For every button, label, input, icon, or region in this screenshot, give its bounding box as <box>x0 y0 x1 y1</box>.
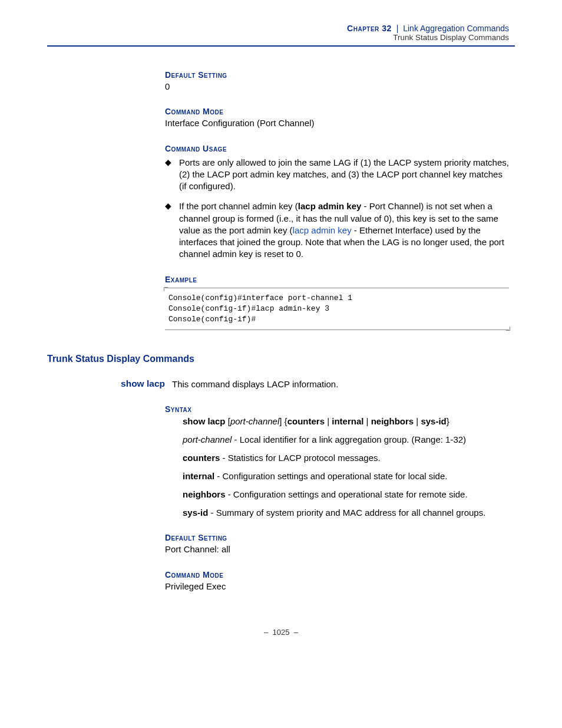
param-desc: - Local identifier for a link aggregatio… <box>232 434 466 444</box>
chapter-title: Link Aggregation Commands <box>403 24 509 33</box>
text-fragment: If the port channel admin key ( <box>179 201 298 211</box>
usage-bullet-2: ◆ If the port channel admin key (lacp ad… <box>165 200 509 260</box>
param-name: internal <box>183 471 214 481</box>
param-desc: - Summary of system priority and MAC add… <box>208 508 485 518</box>
syntax-cmd: show lacp <box>183 416 226 426</box>
param-neighbors: neighbors - Configuration settings and o… <box>183 488 509 500</box>
syntax-line: show lacp [port-channel] {counters | int… <box>183 415 509 427</box>
param-internal: internal - Configuration settings and op… <box>183 470 509 482</box>
chapter-label: Chapter 32 <box>347 24 392 33</box>
param-name: neighbors <box>183 489 226 499</box>
param-desc: - Statistics for LACP protocol messages. <box>220 453 380 463</box>
usage-bullet-1-text: Ports are only allowed to join the same … <box>179 157 509 193</box>
usage-bullet-1: ◆ Ports are only allowed to join the sam… <box>165 157 509 193</box>
syntax-opt-counters: counters <box>287 416 325 426</box>
syntax-opt-sysid: sys-id <box>421 416 446 426</box>
example-code: Console(config)#interface port-channel 1… <box>168 293 505 325</box>
default-setting-value-2: Port Channel: all <box>165 543 509 555</box>
command-mode-value: Interface Configuration (Port Channel) <box>165 117 509 129</box>
header-line1: Chapter 32 | Link Aggregation Commands <box>47 24 509 33</box>
param-desc: - Configuration settings and operational… <box>226 489 468 499</box>
command-mode-label: Command Mode <box>165 107 509 116</box>
default-setting-value: 0 <box>165 81 509 93</box>
page-number: – 1025 – <box>47 628 515 637</box>
syntax-opt-internal: internal <box>332 416 363 426</box>
bullet-marker-icon: ◆ <box>165 157 179 193</box>
default-setting-label-2: Default Setting <box>165 533 509 542</box>
param-name: sys-id <box>183 508 208 518</box>
command-name-show-lacp: show lacp <box>47 378 172 390</box>
syntax-opt-neighbors: neighbors <box>371 416 414 426</box>
command-description: This command displays LACP information. <box>172 378 509 390</box>
param-name: counters <box>183 453 220 463</box>
section-heading-trunk-status: Trunk Status Display Commands <box>47 354 515 364</box>
header-rule <box>47 45 515 47</box>
command-mode-label-2: Command Mode <box>165 570 509 579</box>
text-bold: lacp admin key <box>298 201 362 211</box>
lacp-admin-key-link[interactable]: lacp admin key <box>293 225 352 235</box>
param-port-channel: port-channel - Local identifier for a li… <box>183 433 509 446</box>
header-separator: | <box>396 24 399 33</box>
param-name: port-channel <box>183 434 232 444</box>
example-label: Example <box>165 275 509 284</box>
param-counters: counters - Statistics for LACP protocol … <box>183 452 509 464</box>
command-usage-label: Command Usage <box>165 144 509 153</box>
example-box: Console(config)#interface port-channel 1… <box>165 288 509 331</box>
syntax-label: Syntax <box>165 404 509 414</box>
usage-bullet-2-text: If the port channel admin key (lacp admi… <box>179 200 509 260</box>
default-setting-label: Default Setting <box>165 70 509 80</box>
param-desc: - Configuration settings and operational… <box>214 471 447 481</box>
command-mode-value-2: Privileged Exec <box>165 581 509 592</box>
header-subtitle: Trunk Status Display Commands <box>47 33 509 42</box>
syntax-arg-portchannel: port-channel <box>230 416 279 426</box>
bullet-marker-icon: ◆ <box>165 200 179 260</box>
param-sys-id: sys-id - Summary of system priority and … <box>183 506 509 519</box>
